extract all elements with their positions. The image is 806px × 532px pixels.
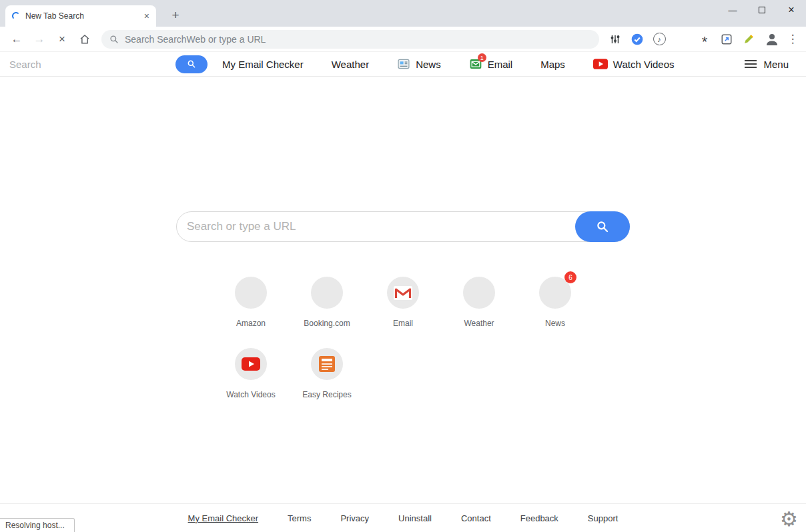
tab-title: New Tab Search: [25, 11, 139, 21]
stop-button[interactable]: ×: [53, 30, 71, 49]
booking-placeholder-icon: [311, 277, 343, 309]
page-search-button[interactable]: [575, 211, 630, 242]
toolbar-link-maps[interactable]: Maps: [540, 59, 565, 70]
toolbar-link-email-checker[interactable]: My Email Checker: [222, 59, 304, 70]
footer-link-terms[interactable]: Terms: [288, 513, 311, 523]
shortcut-weather[interactable]: Weather: [441, 277, 517, 328]
toolbar-link-email[interactable]: 1 Email: [469, 57, 513, 71]
profile-avatar[interactable]: [763, 31, 781, 48]
back-button[interactable]: ←: [7, 30, 26, 49]
shortcut-news[interactable]: 6 News: [517, 277, 593, 328]
shortcut-label: Watch Videos: [226, 390, 275, 399]
shortcut-label: News: [545, 319, 565, 328]
link-label: Maps: [540, 59, 565, 70]
status-bubble: Resolving host...: [0, 518, 75, 532]
shortcut-label: Email: [393, 319, 413, 328]
shortcut-email[interactable]: Email: [365, 277, 441, 328]
tab-close-icon[interactable]: ×: [144, 11, 149, 21]
weather-placeholder-icon: [463, 277, 495, 309]
hamburger-icon: [745, 60, 757, 68]
equalizer-extension-icon[interactable]: [609, 33, 622, 46]
shortcut-label: Easy Recipes: [302, 390, 351, 399]
browser-tab[interactable]: New Tab Search ×: [5, 5, 156, 27]
window-controls: — ×: [718, 0, 806, 20]
forward-button[interactable]: →: [30, 30, 49, 49]
browser-menu-button[interactable]: ⋮: [785, 30, 801, 49]
browser-window: New Tab Search × + — × ← → × Search Sear…: [0, 0, 806, 532]
toolbar-link-news[interactable]: News: [397, 57, 441, 71]
shortcut-amazon[interactable]: Amazon: [213, 277, 289, 328]
extensions-area: ♪ *: [609, 33, 755, 46]
music-note-icon: ♪: [653, 33, 666, 45]
link-label: My Email Checker: [222, 59, 304, 70]
email-badge: 1: [478, 53, 486, 62]
window-close-button[interactable]: ×: [777, 0, 806, 20]
toolbar-link-watch-videos[interactable]: Watch Videos: [593, 59, 675, 70]
site-toolbar: My Email Checker Weather News 1 Email Ma…: [0, 52, 806, 77]
news-placeholder-icon: 6: [539, 277, 571, 309]
shortcuts-grid: Amazon Booking.com Email Weather 6 News: [213, 277, 593, 399]
amazon-placeholder-icon: [235, 277, 267, 309]
footer-link-uninstall[interactable]: Uninstall: [398, 513, 432, 523]
footer-link-feedback[interactable]: Feedback: [520, 513, 558, 523]
loading-spinner-icon: [12, 12, 20, 20]
youtube-icon: [235, 348, 267, 380]
new-tab-button[interactable]: +: [167, 7, 184, 24]
highlighter-extension-icon[interactable]: [742, 33, 755, 46]
footer-link-contact[interactable]: Contact: [461, 513, 491, 523]
address-bar-placeholder: Search SearchWeb or type a URL: [125, 34, 266, 45]
shortcut-label: Booking.com: [304, 319, 350, 328]
toolbar-link-weather[interactable]: Weather: [332, 59, 369, 70]
share-extension-icon[interactable]: [720, 33, 733, 46]
page-search-input[interactable]: [176, 211, 630, 242]
address-bar[interactable]: Search SearchWeb or type a URL: [101, 30, 599, 49]
gmail-icon: [387, 277, 419, 309]
link-label: Watch Videos: [613, 59, 675, 70]
shortcut-booking[interactable]: Booking.com: [289, 277, 365, 328]
home-icon: [79, 33, 91, 45]
window-maximize-button[interactable]: [747, 0, 777, 20]
window-minimize-button[interactable]: —: [718, 0, 747, 20]
shortcut-label: Amazon: [236, 319, 266, 328]
music-extension-icon[interactable]: ♪: [653, 33, 666, 46]
home-button[interactable]: [75, 30, 94, 49]
page-footer: My Email Checker Terms Privacy Uninstall…: [0, 503, 806, 532]
news-icon: [397, 57, 410, 71]
recipes-icon: [311, 348, 343, 380]
link-label: News: [416, 59, 441, 70]
toolbar-links: My Email Checker Weather News 1 Email Ma…: [222, 57, 675, 71]
dark-extension-icon[interactable]: *: [698, 33, 711, 46]
search-icon: [596, 220, 609, 233]
video-play-icon: [593, 59, 608, 69]
search-icon: [187, 59, 196, 69]
shortcut-label: Weather: [464, 319, 494, 328]
shield-check-extension-icon[interactable]: [631, 33, 644, 46]
link-label: Weather: [332, 59, 369, 70]
email-icon: 1: [469, 57, 482, 71]
tab-strip: New Tab Search × + — ×: [0, 0, 806, 27]
shortcut-watch-videos[interactable]: Watch Videos: [213, 348, 289, 399]
news-badge: 6: [564, 271, 576, 283]
search-icon: [109, 35, 119, 44]
settings-gear-icon[interactable]: ⚙: [780, 509, 798, 529]
footer-link-email-checker[interactable]: My Email Checker: [188, 513, 258, 523]
menu-label: Menu: [763, 59, 789, 70]
person-icon: [764, 31, 780, 47]
toolbar-menu-button[interactable]: Menu: [745, 59, 789, 70]
shortcut-easy-recipes[interactable]: Easy Recipes: [289, 348, 365, 399]
footer-link-privacy[interactable]: Privacy: [340, 513, 369, 523]
page-search: [176, 211, 630, 242]
toolbar-search-button[interactable]: [175, 55, 208, 73]
maximize-icon: [759, 7, 765, 13]
footer-link-support[interactable]: Support: [588, 513, 619, 523]
browser-toolbar: ← → × Search SearchWeb or type a URL ♪ *: [0, 27, 806, 52]
link-label: Email: [488, 59, 513, 70]
toolbar-search-input[interactable]: [0, 54, 167, 74]
